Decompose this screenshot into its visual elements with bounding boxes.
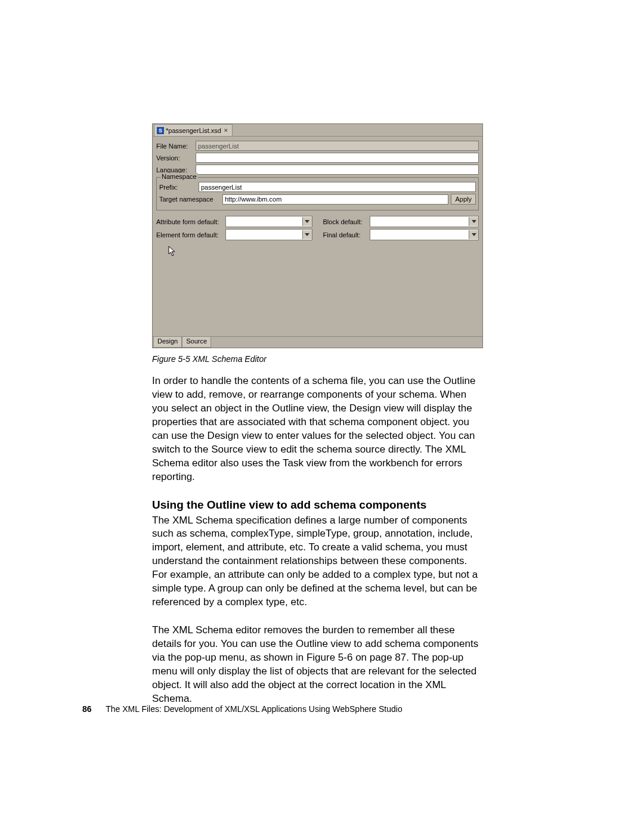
elem-form-default-label: Element form default:	[156, 231, 223, 239]
editor-tab-strip: S *passengerList.xsd ✕	[153, 124, 482, 137]
footer-title: The XML Files: Development of XML/XSL Ap…	[106, 704, 402, 714]
tab-label: *passengerList.xsd	[166, 127, 221, 134]
prefix-field[interactable]	[199, 182, 476, 192]
tab-design[interactable]: Design	[153, 337, 182, 348]
file-name-field	[196, 141, 479, 151]
version-label: Version:	[156, 154, 193, 162]
figure-caption: Figure 5-5 XML Schema Editor	[152, 354, 483, 364]
editor-bottom-tabs: Design Source	[153, 336, 482, 348]
body-paragraph: In order to handle the contents of a sch…	[152, 374, 483, 484]
block-default-select[interactable]	[370, 216, 479, 227]
close-icon[interactable]: ✕	[223, 127, 230, 134]
body-paragraph: The XML Schema editor removes the burden…	[152, 624, 483, 706]
tab-source[interactable]: Source	[182, 337, 211, 348]
elem-form-default-select[interactable]	[225, 229, 312, 240]
namespace-legend: Namespace	[160, 173, 198, 180]
prefix-label: Prefix:	[159, 184, 196, 191]
version-field[interactable]	[196, 153, 479, 163]
language-label: Language:	[156, 166, 193, 174]
schema-file-icon: S	[157, 127, 164, 134]
body-paragraph: The XML Schema specification defines a l…	[152, 514, 483, 610]
xml-schema-editor: S *passengerList.xsd ✕ File Name: Versio…	[152, 123, 483, 348]
section-heading: Using the Outline view to add schema com…	[152, 498, 483, 512]
target-namespace-label: Target namespace	[159, 196, 220, 203]
file-name-label: File Name:	[156, 143, 193, 150]
editor-form: File Name: Version: Language: Namespace …	[153, 137, 482, 336]
page-footer: 86 The XML Files: Development of XML/XSL…	[82, 704, 402, 714]
attr-form-default-select[interactable]	[225, 216, 312, 227]
chevron-down-icon	[302, 217, 312, 226]
language-field[interactable]	[196, 165, 479, 175]
block-default-label: Block default:	[323, 218, 367, 225]
final-default-label: Final default:	[323, 231, 367, 239]
final-default-select[interactable]	[370, 229, 479, 240]
attr-form-default-label: Attribute form default:	[156, 218, 223, 225]
mouse-cursor-icon	[168, 246, 479, 256]
chevron-down-icon	[469, 230, 478, 239]
page-number: 86	[82, 704, 92, 714]
chevron-down-icon	[469, 217, 478, 226]
namespace-group: Namespace Prefix: Target namespace Apply	[156, 177, 479, 210]
chevron-down-icon	[302, 230, 312, 239]
tab-passengerlist[interactable]: S *passengerList.xsd ✕	[154, 124, 233, 136]
apply-button[interactable]: Apply	[451, 194, 476, 205]
target-namespace-field[interactable]	[222, 194, 448, 205]
